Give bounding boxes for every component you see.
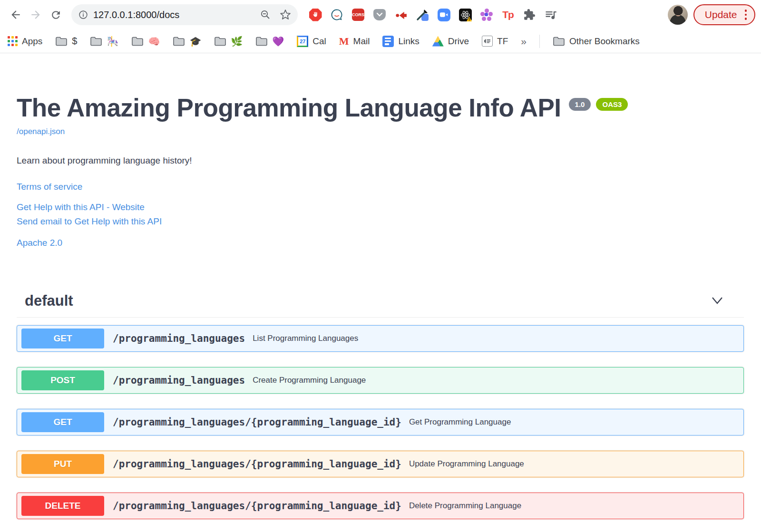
bookmark-other-bookmarks[interactable]: Other Bookmarks <box>553 36 640 47</box>
terms-of-service-link[interactable]: Terms of service <box>17 182 82 192</box>
cors-label: CORS <box>352 12 364 17</box>
zoom-extension-icon[interactable] <box>437 8 451 22</box>
browser-toolbar: 127.0.0.1:8000/docs CORS <box>0 0 761 29</box>
operation-path: /programming_languages/{programming_lang… <box>113 416 401 428</box>
bookmark-label: Apps <box>22 36 42 47</box>
refresh-button[interactable] <box>46 5 66 25</box>
section-header[interactable]: default <box>17 292 744 318</box>
bookmark-folder-heart[interactable]: 💜 <box>255 36 284 47</box>
api-description: Learn about programming language history… <box>17 155 744 166</box>
operation-row-list-languages[interactable]: GET /programming_languages List Programm… <box>17 325 744 352</box>
bookmark-folder-brain[interactable]: 🧠 <box>131 36 160 47</box>
bookmark-star-icon[interactable] <box>280 9 291 20</box>
bookmark-mail[interactable]: M Mail <box>339 35 370 48</box>
url-text[interactable]: 127.0.0.1:8000/docs <box>93 10 260 20</box>
tp-label: Tp <box>502 9 514 20</box>
folder-icon <box>90 36 102 47</box>
links-doc-icon <box>382 36 394 47</box>
openapi-json-link[interactable]: /openapi.json <box>17 127 65 136</box>
update-button[interactable]: Update <box>693 4 755 25</box>
bookmarks-divider <box>539 35 540 48</box>
bookmarks-bar: Apps $ 🎠 🧠 🎓 🌿 💜 27 Cal M Mail Links Dri… <box>0 29 761 53</box>
adblock-extension-icon[interactable] <box>308 8 322 22</box>
method-badge: GET <box>21 329 104 348</box>
media-playlist-icon[interactable] <box>544 8 558 22</box>
tf-favicon-icon <box>482 36 493 47</box>
method-badge: POST <box>21 370 104 390</box>
bookmark-label: Mail <box>353 36 370 47</box>
forward-button[interactable] <box>26 5 46 25</box>
license-link[interactable]: Apache 2.0 <box>17 238 62 248</box>
update-label: Update <box>705 9 737 20</box>
calendar-day: 27 <box>300 39 305 44</box>
swagger-docs-page: The Amazing Programming Language Info AP… <box>0 53 761 519</box>
help-website-link[interactable]: Get Help with this API - Website <box>17 200 145 214</box>
help-email-link[interactable]: Send email to Get Help with this API <box>17 214 162 228</box>
google-calendar-icon: 27 <box>297 36 308 47</box>
refresh-icon <box>50 9 62 21</box>
operation-row-create-language[interactable]: POST /programming_languages Create Progr… <box>17 367 744 394</box>
folder-icon <box>214 36 226 47</box>
page-title: The Amazing Programming Language Info AP… <box>17 94 561 122</box>
operation-summary: Delete Programming Language <box>409 501 521 511</box>
bookmark-folder-herb[interactable]: 🌿 <box>214 36 243 47</box>
operation-summary: Update Programming Language <box>409 459 524 469</box>
operation-path: /programming_languages/{programming_lang… <box>113 458 401 470</box>
chat-smile-extension-icon[interactable] <box>330 8 344 22</box>
red-arrow-extension-icon[interactable] <box>394 8 408 22</box>
address-bar[interactable]: 127.0.0.1:8000/docs <box>71 4 298 25</box>
bookmarks-overflow-chevron[interactable]: » <box>521 36 527 47</box>
bookmark-apps[interactable]: Apps <box>8 36 42 47</box>
folder-icon <box>173 36 185 47</box>
bookmark-label: 🌿 <box>231 36 243 47</box>
pocket-extension-icon[interactable] <box>372 8 387 22</box>
bookmark-drive[interactable]: Drive <box>432 36 469 47</box>
method-badge: PUT <box>21 454 104 474</box>
oas3-badge: OAS3 <box>596 98 628 111</box>
default-section: default GET /programming_languages List … <box>17 292 744 519</box>
react-devtools-extension-icon[interactable] <box>458 8 472 22</box>
bookmark-calendar[interactable]: 27 Cal <box>297 36 326 47</box>
operation-row-get-language[interactable]: GET /programming_languages/{programming_… <box>17 409 744 435</box>
extensions-puzzle-icon[interactable] <box>522 8 537 22</box>
api-title-row: The Amazing Programming Language Info AP… <box>17 94 744 122</box>
bookmark-tf[interactable]: TF <box>482 36 508 47</box>
method-badge: GET <box>21 412 104 432</box>
bookmark-folder-dollar[interactable]: $ <box>55 36 77 47</box>
page-info-icon[interactable] <box>78 10 88 20</box>
operation-row-delete-language[interactable]: DELETE /programming_languages/{programmi… <box>17 493 744 519</box>
bookmark-label: $ <box>72 36 77 47</box>
bookmark-label: Links <box>398 36 419 47</box>
bookmark-folder-grad[interactable]: 🎓 <box>173 36 201 47</box>
bookmark-label: TF <box>497 36 508 47</box>
stop-hand-icon <box>309 9 322 21</box>
operation-row-update-language[interactable]: PUT /programming_languages/{programming_… <box>17 451 744 477</box>
gmail-icon: M <box>339 35 349 48</box>
version-badge: 1.0 <box>569 98 591 111</box>
help-links-block: Get Help with this API - Website Send em… <box>17 200 744 229</box>
folder-icon <box>55 36 68 47</box>
bookmark-label: Cal <box>312 36 326 47</box>
apps-grid-icon <box>8 36 18 46</box>
chevron-down-icon[interactable] <box>710 296 725 306</box>
profile-avatar[interactable] <box>668 5 688 25</box>
chevron-right-icon: » <box>521 36 527 47</box>
browser-menu-kebab-icon[interactable] <box>745 10 747 20</box>
back-button[interactable] <box>6 5 26 25</box>
tp-extension-icon[interactable]: Tp <box>501 8 515 22</box>
purple-flower-extension-icon[interactable] <box>479 8 494 22</box>
operation-summary: List Programming Languages <box>253 334 358 343</box>
operation-path: /programming_languages <box>113 375 245 386</box>
folder-icon <box>255 36 268 47</box>
bookmark-folder-carousel[interactable]: 🎠 <box>90 36 118 47</box>
google-drive-icon <box>432 36 444 47</box>
eyedropper-extension-icon[interactable] <box>415 8 429 22</box>
zoom-out-icon[interactable] <box>260 9 271 20</box>
warning-triangle-icon <box>467 17 472 21</box>
bookmark-label: 🎓 <box>189 36 201 47</box>
folder-icon <box>553 36 565 47</box>
section-title: default <box>25 292 73 310</box>
cors-extension-icon[interactable]: CORS <box>351 8 365 22</box>
operation-summary: Get Programming Language <box>409 417 511 427</box>
bookmark-links[interactable]: Links <box>382 36 419 47</box>
